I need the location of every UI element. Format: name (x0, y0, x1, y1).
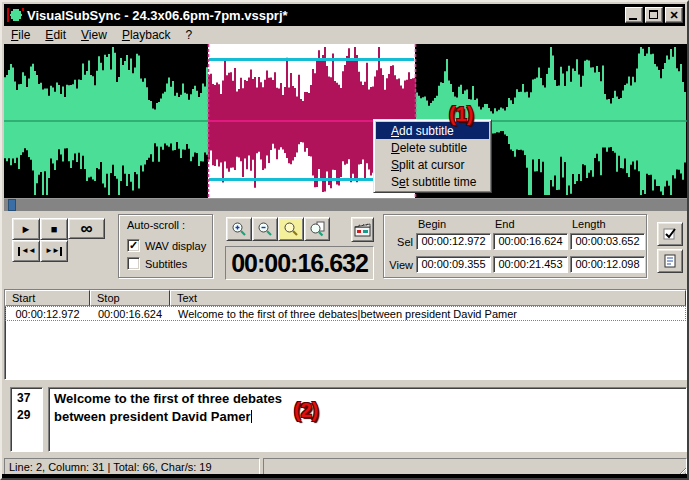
waveform-scrollbar-thumb[interactable] (8, 199, 16, 211)
length-header: Length (572, 218, 606, 230)
clapperboard-icon (354, 222, 371, 238)
cursor-time-display: 00:00:16.632 (225, 246, 374, 280)
sel-length-field[interactable]: 00:00:03.652 (570, 233, 645, 250)
checkbox-checked-icon[interactable]: ✓ (127, 239, 140, 252)
waveform-scrollbar[interactable] (4, 198, 687, 211)
menu-view[interactable]: View (74, 26, 115, 44)
end-header: End (495, 218, 515, 230)
line-length-gutter: 37 29 (10, 387, 43, 452)
view-length-field[interactable]: 00:00:12.098 (570, 256, 645, 273)
maximize-button[interactable] (645, 7, 663, 23)
subtitle-row-text: Welcome to the first of three debates|be… (170, 308, 686, 320)
app-window: VisualSubSync - 24.3x06.6pm-7pm.vssprj* … (0, 0, 689, 480)
stop-icon: ■ (51, 224, 58, 235)
checkbox-unchecked-icon[interactable] (127, 257, 140, 270)
line-length-2: 29 (17, 407, 42, 424)
rewind-icon: ◄◄ (21, 247, 35, 255)
autoscroll-label: Auto-scroll : (127, 219, 185, 231)
column-header-text[interactable]: Text (170, 290, 686, 306)
menu-playback[interactable]: Playback (115, 26, 179, 44)
sel-begin-field[interactable]: 00:00:12.972 (416, 233, 491, 250)
check-icon (662, 226, 678, 242)
subtitle-text-editor[interactable]: Welcome to the first of three debates be… (48, 387, 687, 452)
column-header-start[interactable]: Start (5, 290, 90, 306)
subtitle-list-header: Start Stop Text (5, 290, 686, 306)
view-row-label: View (384, 259, 413, 271)
window-title: VisualSubSync - 24.3x06.6pm-7pm.vssprj* (27, 8, 623, 23)
zoom-out-button[interactable] (252, 217, 278, 241)
context-split-at-cursor[interactable]: Split at cursor (376, 156, 489, 173)
forward-icon: ►► (45, 247, 59, 255)
annotation-1: (1) (449, 103, 473, 126)
close-icon: ✕ (666, 8, 682, 22)
zoom-selection-icon (283, 221, 299, 237)
context-delete-subtitle[interactable]: Delete subtitle (376, 139, 489, 156)
subtitle-row-start: 00:00:12.972 (5, 308, 90, 320)
rewind-button[interactable]: ◄◄ (12, 240, 40, 262)
view-end-field[interactable]: 00:00:21.453 (493, 256, 568, 273)
subtitle-row[interactable]: 00:00:12.972 00:00:16.624 Welcome to the… (5, 306, 686, 321)
editor-line-2: between president David Pamer (54, 409, 251, 424)
zoom-selection-button[interactable] (278, 217, 304, 241)
waveform-svg (4, 44, 687, 198)
menu-help[interactable]: ? (179, 26, 201, 44)
sel-end-field[interactable]: 00:00:16.624 (493, 233, 568, 250)
menu-file[interactable]: File (4, 26, 38, 44)
begin-header: Begin (418, 218, 446, 230)
minimize-button[interactable] (625, 7, 643, 23)
subtitle-list[interactable]: Start Stop Text 00:00:12.972 00:00:16.62… (4, 289, 687, 380)
maximize-icon (649, 10, 658, 19)
stop-button[interactable]: ■ (40, 218, 68, 240)
spell-check-button[interactable] (657, 222, 683, 246)
minimize-icon (629, 18, 637, 20)
menu-bar: File Edit View Playback ? (4, 26, 685, 44)
forward-button[interactable]: ►► (40, 240, 68, 262)
waveform-display[interactable] (4, 44, 687, 198)
forward-bar (60, 247, 62, 256)
line-length-1: 37 (17, 390, 42, 407)
wav-display-checkbox[interactable]: ✓ WAV display (127, 239, 206, 252)
column-header-stop[interactable]: Stop (90, 290, 170, 306)
rewind-bar (18, 247, 20, 256)
view-begin-field[interactable]: 00:00:09.355 (416, 256, 491, 273)
subtitle-row-stop: 00:00:16.624 (90, 308, 170, 320)
app-icon (7, 7, 24, 23)
wav-display-label: WAV display (145, 240, 206, 252)
close-button[interactable]: ✕ (665, 7, 683, 23)
editor-line-1: Welcome to the first of three debates (54, 390, 686, 408)
title-bar: VisualSubSync - 24.3x06.6pm-7pm.vssprj* … (4, 4, 685, 26)
zoom-in-button[interactable] (226, 217, 252, 241)
zoom-in-icon (231, 221, 247, 237)
context-set-subtitle-time[interactable]: Set subtitle time (376, 173, 489, 190)
play-button[interactable]: ► (12, 218, 40, 240)
text-pipe-button[interactable] (657, 249, 683, 273)
zoom-out-icon (257, 221, 273, 237)
bottom-edge (2, 474, 689, 478)
scene-change-button[interactable] (351, 217, 374, 242)
document-lines-icon (662, 253, 678, 269)
autoscroll-group: Auto-scroll : ✓ WAV display Subtitles (118, 214, 213, 278)
zoom-all-icon (309, 221, 325, 237)
play-icon: ► (21, 224, 32, 235)
loop-button[interactable]: ∞ (68, 218, 105, 239)
selview-group: Begin End Length Sel 00:00:12.972 00:00:… (383, 214, 647, 278)
annotation-2: (2) (294, 399, 318, 422)
zoom-all-button[interactable] (304, 217, 330, 241)
text-caret (251, 410, 252, 423)
sel-row-label: Sel (384, 236, 413, 248)
subtitles-checkbox[interactable]: Subtitles (127, 257, 187, 270)
menu-edit[interactable]: Edit (38, 26, 74, 44)
waveform-context-menu: Add subtitle Delete subtitle Split at cu… (373, 119, 492, 193)
loop-icon: ∞ (80, 220, 92, 237)
subtitles-label: Subtitles (145, 258, 187, 270)
